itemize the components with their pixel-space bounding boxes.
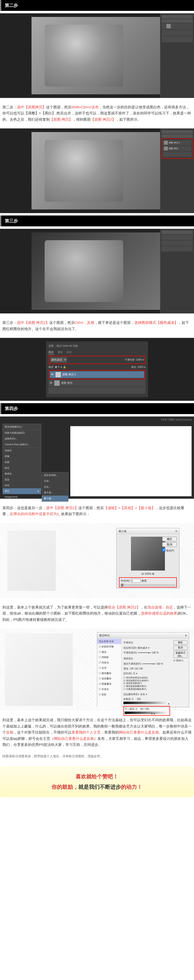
step4-image2: 最小值 ✕ ⊟ 100% ⊞ 半径(R): 像素 xyxy=(0,523,194,598)
cancel-button[interactable]: 取消 xyxy=(173,646,188,650)
highlight-box: 原图 拷贝 2 原图 拷贝 xyxy=(162,138,193,159)
blend-mode-dropdown[interactable]: 颜色减淡 ▾ xyxy=(50,357,67,363)
close-icon[interactable]: ✕ xyxy=(175,529,177,533)
sketch-result xyxy=(7,530,56,591)
min-value-dialog: 最小值 ✕ ⊟ 100% ⊞ 半径(R): 像素 xyxy=(116,528,180,589)
step4-header: 第四步 xyxy=(0,403,194,414)
eye-icon[interactable]: 👁 xyxy=(50,381,52,385)
radius-input[interactable] xyxy=(131,579,141,582)
layers-panel-zoom: 选取：模式 Shift+W 切换 图层 通道 路径 颜色减淡 ▾ 不透明度: 1… xyxy=(46,342,148,397)
step2-image1 xyxy=(0,13,194,98)
photo-bw-subject xyxy=(45,25,123,87)
ok-button[interactable]: 确定 xyxy=(173,640,188,644)
filter-submenu[interactable]: 高反差保留... 位移... 自定... 最大值... 最小值 xyxy=(42,472,68,502)
chevron-right-icon: ▸ xyxy=(38,489,39,493)
filter-other-item[interactable]: 其它▸ xyxy=(3,488,41,494)
watermark: PS学习网站 www.51husai xyxy=(161,418,192,422)
step3-header: 第三步 xyxy=(0,215,194,226)
photo-inverted-subject xyxy=(45,240,123,302)
photo-bw-subject xyxy=(45,140,123,202)
radius-highlight: 半径(R): 像素 xyxy=(119,578,177,587)
eye-icon[interactable]: 👁 xyxy=(51,372,54,377)
blend-if-highlight: 下一图层: 0 80 / 255 ▲ ▲▲ xyxy=(123,706,170,716)
layer-item[interactable] xyxy=(162,23,193,29)
chevron-down-icon: ▾ xyxy=(64,358,66,362)
preview-box xyxy=(131,537,165,571)
step3-image2: 选取：模式 Shift+W 切换 图层 通道 路径 颜色减淡 ▾ 不透明度: 1… xyxy=(0,338,194,401)
ok-button[interactable]: 确定 xyxy=(162,537,177,541)
filter-menu[interactable]: 最后滤镜操作(L) 转换为智能滤镜(S) 滤镜库(G)... Camera Ra… xyxy=(2,424,41,492)
close-icon[interactable]: ✕ xyxy=(185,633,187,638)
step3-image1 xyxy=(0,229,194,313)
step4-image1: PS学习网站 www.51husai 最后滤镜操作(L) 转换为智能滤镜(S) … xyxy=(0,417,194,499)
step4-text3: 到这里，基本上这个效果就完成，我只能给大家讲个方法，在这个方法基础上，你可以变幻… xyxy=(0,713,194,751)
sketch-result-final xyxy=(5,633,73,706)
step3-text: 第三步：选中【原图 拷贝2】这个图层，然后Ctrl+I，反相，接下来还是这个图层… xyxy=(0,316,194,336)
preview-checkbox[interactable] xyxy=(162,548,165,551)
layer-row[interactable] xyxy=(48,387,146,394)
step2-header: 第二步 xyxy=(0,0,194,11)
footer-line2: 你的鼓励，就是我们不断进步的动力！ xyxy=(0,783,194,791)
layer-highlight: 👁 原图 拷贝 2 xyxy=(48,370,146,379)
step4-text1: 第四步：这也是最后一步，选中【原图 拷贝2】这个图层，然后【滤镜】>【其他】>【… xyxy=(0,501,194,521)
cancel-button[interactable]: 取消 xyxy=(162,542,177,547)
layer-row-active[interactable]: 👁 原图 拷贝 2 xyxy=(50,371,144,378)
ps-layers-panel: 原图 拷贝 2 原图 拷贝 xyxy=(160,129,194,213)
step2-image2: 原图 拷贝 2 原图 拷贝 xyxy=(0,129,194,213)
step2-text: 第二步：选中【原图拷贝】这个图层，然后Shift+Ctrl+U去色，当然这一步的… xyxy=(0,100,194,126)
footer-line1: 喜欢就给个赞吧！ xyxy=(0,772,194,781)
footer-banner: 喜欢就给个赞吧！ 你的鼓励，就是我们不断进步的动力！ xyxy=(0,766,194,797)
radius-slider[interactable] xyxy=(120,584,175,586)
ps-layers-panel xyxy=(160,229,194,313)
blend-if-slider[interactable]: ▲ ▲▲ xyxy=(125,711,169,714)
copyright-notice: 转载请标注清楚来源，附带链接个人地址，没有标注清楚的，违版必究。 xyxy=(0,751,194,761)
min-value-item[interactable]: 最小值 xyxy=(42,496,68,501)
white-canvas xyxy=(71,426,192,496)
blend-options-item[interactable]: 混合选项:自定 xyxy=(97,639,121,644)
ps-layers-panel xyxy=(160,13,194,98)
new-style-button[interactable]: 新建样式(W)... xyxy=(173,651,188,658)
layer-row[interactable]: 👁 原图 拷贝 xyxy=(48,380,146,387)
step4-image3: 图层样式✕ 混合选项:自定 ☐ 斜面和浮雕 ☐ 描边 ☐ 内阴影 ☐ 内发光 ☐… xyxy=(0,628,194,711)
layer-style-dialog: 图层样式✕ 混合选项:自定 ☐ 斜面和浮雕 ☐ 描边 ☐ 内阴影 ☐ 内发光 ☐… xyxy=(97,632,189,707)
step4-text2: 到这里，基本上个效果就完成了，为了效果更突显一些，可以选择双击【原图 拷贝2】，… xyxy=(0,601,194,627)
blend-mode-highlight: 颜色减淡 ▾ 不透明度: 100% ▾ xyxy=(48,356,146,364)
